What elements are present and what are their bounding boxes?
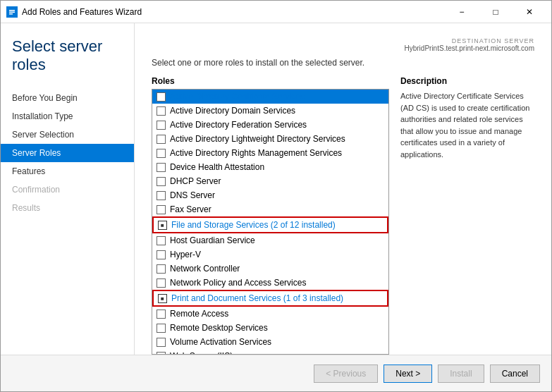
role-item-ad-ds[interactable]: Active Directory Domain Services [152, 104, 388, 118]
roles-list-container[interactable]: Active Directory Certificate Services Ac… [152, 89, 389, 355]
role-item-dns[interactable]: DNS Server [152, 188, 388, 202]
role-item-remote-access[interactable]: Remote Access [152, 307, 388, 321]
role-name-fax: Fax Server [170, 204, 211, 214]
checkbox-host-guardian[interactable] [157, 236, 166, 245]
role-name-remote-access: Remote Access [170, 309, 228, 319]
close-button[interactable]: ✕ [513, 1, 546, 23]
role-item-ad-fs[interactable]: Active Directory Federation Services [152, 118, 388, 132]
sidebar-item-features[interactable]: Features [1, 162, 134, 180]
role-name-print-doc: Print and Document Services (1 of 3 inst… [171, 293, 343, 303]
role-item-network-controller[interactable]: Network Controller [152, 262, 388, 276]
instruction-text: Select one or more roles to install on t… [152, 58, 534, 68]
checkbox-dhcp[interactable] [157, 177, 166, 186]
role-name-volume-activation: Volume Activation Services [170, 337, 271, 347]
main-content-area: Select server roles Before You Begin Ins… [1, 23, 551, 355]
sidebar-item-before-begin[interactable]: Before You Begin [1, 89, 134, 107]
description-panel: Description Active Directory Certificate… [400, 76, 534, 355]
role-name-network-controller: Network Controller [170, 264, 240, 274]
wizard-window: Add Roles and Features Wizard − □ ✕ Sele… [0, 0, 552, 392]
window-title: Add Roles and Features Wizard [22, 7, 446, 17]
cancel-button[interactable]: Cancel [490, 365, 540, 383]
role-item-print-doc[interactable]: Print and Document Services (1 of 3 inst… [152, 290, 388, 307]
role-item-hyper-v[interactable]: Hyper-V [152, 247, 388, 262]
app-icon [6, 6, 18, 18]
checkbox-device-health[interactable] [157, 163, 166, 172]
role-name-device-health: Device Health Attestation [170, 162, 264, 172]
main-panel: DESTINATION SERVER HybridPrintS.test.pri… [135, 23, 551, 355]
svg-rect-1 [9, 10, 15, 11]
next-button[interactable]: Next > [384, 365, 432, 383]
checkbox-network-controller[interactable] [157, 264, 166, 274]
role-item-ad-lds[interactable]: Active Directory Lightweight Directory S… [152, 132, 388, 146]
sidebar-item-server-roles[interactable]: Server Roles [1, 144, 134, 162]
checkbox-dns[interactable] [157, 191, 166, 200]
role-name-remote-desktop: Remote Desktop Services [170, 323, 268, 333]
sidebar-item-results: Results [1, 199, 134, 217]
role-name-ad-fs: Active Directory Federation Services [170, 120, 307, 130]
role-name-network-policy: Network Policy and Access Services [170, 278, 306, 288]
install-button[interactable]: Install [438, 365, 484, 383]
checkbox-ad-lds[interactable] [157, 135, 166, 144]
role-item-device-health[interactable]: Device Health Attestation [152, 160, 388, 174]
role-item-host-guardian[interactable]: Host Guardian Service [152, 233, 388, 247]
description-title: Description [400, 76, 534, 86]
role-item-web-server[interactable]: Web Server (IIS) [152, 349, 388, 355]
description-body: Active Directory Certificate Services (A… [400, 92, 529, 159]
destination-info: DESTINATION SERVER HybridPrintS.test.pri… [152, 37, 534, 52]
role-name-dns: DNS Server [170, 190, 215, 200]
role-item-network-policy[interactable]: Network Policy and Access Services [152, 276, 388, 290]
checkbox-network-policy[interactable] [157, 278, 166, 288]
role-name-hyper-v: Hyper-V [170, 250, 201, 259]
role-name-ad-cs: Active Directory Certificate Services [170, 92, 305, 102]
checkbox-ad-cs[interactable] [157, 92, 166, 102]
sidebar-title: Select server roles [1, 37, 134, 89]
maximize-button[interactable]: □ [479, 1, 512, 23]
checkbox-file-storage[interactable] [158, 221, 167, 230]
roles-list: Active Directory Certificate Services Ac… [152, 90, 388, 355]
checkbox-remote-access[interactable] [157, 310, 166, 319]
checkbox-ad-rms[interactable] [157, 149, 166, 158]
destination-label: DESTINATION SERVER [152, 37, 534, 44]
roles-area: Roles Active Directory Certificate Servi… [152, 76, 534, 355]
role-item-ad-cs[interactable]: Active Directory Certificate Services [152, 90, 388, 104]
roles-label: Roles [152, 76, 389, 86]
role-item-fax[interactable]: Fax Server [152, 202, 388, 216]
roles-panel: Roles Active Directory Certificate Servi… [152, 76, 389, 355]
svg-rect-2 [9, 11, 15, 13]
role-name-host-guardian: Host Guardian Service [170, 235, 255, 245]
role-name-file-storage: File and Storage Services (2 of 12 insta… [171, 220, 336, 230]
checkbox-volume-activation[interactable] [157, 338, 166, 347]
destination-server: HybridPrintS.test.print-next.microsoft.c… [152, 44, 534, 52]
checkbox-hyper-v[interactable] [157, 250, 166, 259]
sidebar: Select server roles Before You Begin Ins… [1, 23, 135, 355]
description-text: Active Directory Certificate Services (A… [400, 90, 534, 160]
checkbox-remote-desktop[interactable] [157, 324, 166, 333]
role-item-volume-activation[interactable]: Volume Activation Services [152, 335, 388, 349]
window-controls: − □ ✕ [446, 1, 546, 23]
title-bar: Add Roles and Features Wizard − □ ✕ [1, 1, 551, 23]
sidebar-item-installation-type[interactable]: Installation Type [1, 107, 134, 125]
sidebar-item-confirmation: Confirmation [1, 180, 134, 199]
role-item-remote-desktop[interactable]: Remote Desktop Services [152, 321, 388, 335]
checkbox-fax[interactable] [157, 205, 166, 214]
role-item-ad-rms[interactable]: Active Directory Rights Management Servi… [152, 146, 388, 160]
checkbox-print-doc[interactable] [158, 294, 167, 303]
role-name-ad-ds: Active Directory Domain Services [170, 106, 295, 116]
minimize-button[interactable]: − [446, 1, 478, 23]
checkbox-ad-fs[interactable] [157, 121, 166, 130]
checkbox-ad-ds[interactable] [157, 106, 166, 116]
role-name-ad-rms: Active Directory Rights Management Servi… [170, 148, 342, 158]
svg-rect-3 [9, 13, 13, 15]
role-name-dhcp: DHCP Server [170, 176, 221, 186]
footer: < Previous Next > Install Cancel [1, 355, 551, 391]
role-item-file-storage[interactable]: File and Storage Services (2 of 12 insta… [152, 216, 388, 233]
previous-button[interactable]: < Previous [314, 365, 378, 383]
role-item-dhcp[interactable]: DHCP Server [152, 174, 388, 188]
role-name-ad-lds: Active Directory Lightweight Directory S… [170, 134, 345, 144]
sidebar-item-server-selection[interactable]: Server Selection [1, 125, 134, 144]
